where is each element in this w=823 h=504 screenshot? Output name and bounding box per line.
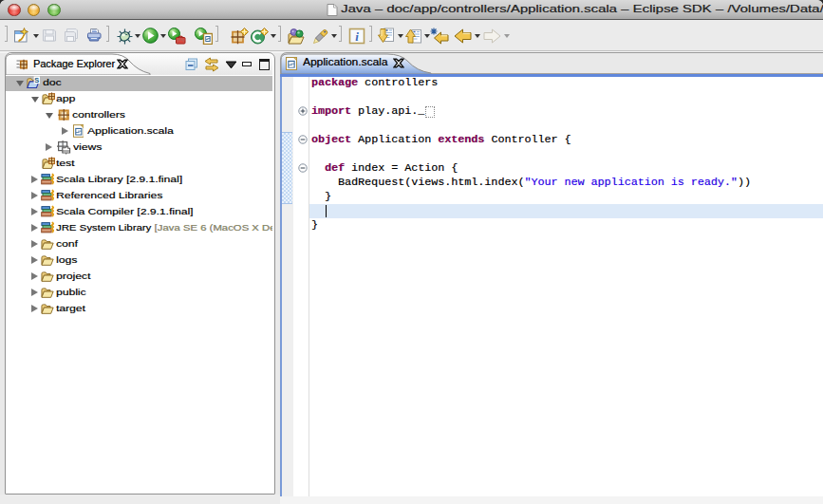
svg-text:i: i bbox=[355, 29, 359, 44]
svg-text:S: S bbox=[34, 76, 39, 84]
